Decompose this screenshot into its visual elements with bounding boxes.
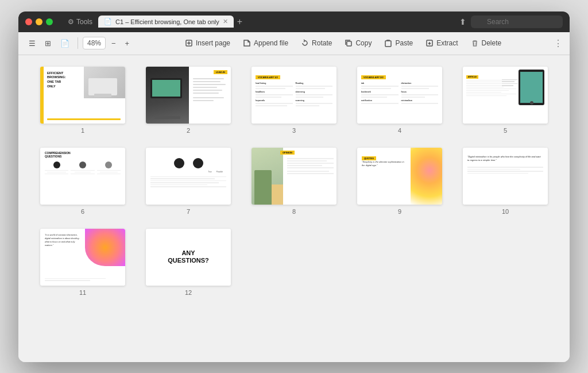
page-view-button[interactable]: 📄	[57, 37, 73, 50]
paste-icon	[384, 39, 392, 47]
extract-icon	[425, 39, 434, 47]
slide-thumbnail[interactable]: EFFICIENTBROWSING:ONE TABONLY	[40, 67, 125, 124]
tab-bar: ⚙ Tools 📄 C1 – Efficient browsing, One t…	[62, 16, 459, 28]
slide-thumbnail[interactable]: True Possible	[146, 148, 231, 205]
slide-number: 1	[81, 127, 84, 134]
slide-item: ANYQUESTIONS? 12	[141, 229, 235, 296]
slide-item: ARTICLE	[458, 67, 552, 134]
toolbar-right: ⋮	[554, 38, 563, 49]
tab-close-button[interactable]: ✕	[223, 18, 228, 25]
plus-icon: +	[125, 39, 130, 48]
extract-button[interactable]: Extract	[420, 36, 463, 50]
slides-container: EFFICIENTBROWSING:ONE TABONLY 1	[18, 55, 570, 362]
slide-number: 4	[398, 127, 401, 134]
slide-thumbnail[interactable]: QUOTES "Simplicity is the ultimate sophi…	[357, 148, 442, 205]
zoom-out-button[interactable]: −	[108, 37, 119, 50]
search-container: 🔍	[471, 16, 563, 28]
minus-icon: −	[111, 39, 116, 48]
slide-item: LEAD-IN 2	[141, 67, 235, 134]
app-window: ⚙ Tools 📄 C1 – Efficient browsing, One t…	[18, 11, 570, 362]
slide-item: VOCABULARY 1/2 lead listing headlines ke…	[247, 67, 341, 134]
slide-item: "Digital minimalism is for people who fe…	[458, 148, 552, 215]
slide-number: 7	[187, 208, 190, 215]
slide-item: True Possible 7	[141, 148, 235, 215]
insert-page-icon	[185, 39, 193, 47]
slide-thumbnail[interactable]: ANYQUESTIONS?	[146, 229, 231, 286]
more-options-icon[interactable]: ⋮	[554, 39, 563, 48]
zoom-in-button[interactable]: +	[122, 37, 133, 50]
tools-icon: ⚙	[68, 18, 74, 26]
slide-item: QUOTES "Simplicity is the ultimate sophi…	[353, 148, 447, 215]
rotate-icon	[301, 39, 309, 47]
tab-active[interactable]: 📄 C1 – Efficient browsing, One tab only …	[98, 16, 234, 28]
zoom-level: 48%	[83, 37, 106, 49]
tab-tools[interactable]: ⚙ Tools	[62, 16, 98, 28]
slides-grid: EFFICIENTBROWSING:ONE TABONLY 1	[36, 67, 552, 296]
svg-rect-3	[347, 41, 351, 46]
slide-number: 11	[79, 289, 86, 296]
delete-button[interactable]: Delete	[465, 36, 508, 50]
sidebar-icon: ☰	[29, 39, 36, 48]
search-input[interactable]	[471, 16, 563, 28]
slide-thumbnail[interactable]: "Digital minimalism is for people who fe…	[463, 148, 548, 205]
slide-thumbnail[interactable]: COMPREHENSIONQUESTIONS	[40, 148, 125, 205]
slide-thumbnail[interactable]: OPINION	[252, 148, 336, 205]
slide-number: 5	[504, 127, 507, 134]
close-button[interactable]	[25, 18, 32, 25]
slide-thumbnail[interactable]: VOCABULARY 1/2 lead listing headlines ke…	[252, 67, 336, 124]
paste-button[interactable]: Paste	[378, 36, 419, 50]
slide-number: 10	[502, 208, 509, 215]
slide-item: OPINION 8	[247, 148, 341, 215]
slide-item: COMPREHENSIONQUESTIONS	[36, 148, 130, 215]
titlebar-right: ⬆ 🔍	[459, 16, 563, 28]
copy-icon	[345, 39, 353, 47]
titlebar: ⚙ Tools 📄 C1 – Efficient browsing, One t…	[18, 11, 570, 32]
maximize-button[interactable]	[46, 18, 53, 25]
append-file-button[interactable]: Append file	[237, 36, 294, 50]
delete-icon	[471, 39, 479, 47]
slide-item: "In a world of constant distraction, dig…	[36, 229, 130, 296]
copy-button[interactable]: Copy	[339, 36, 377, 50]
slide-thumbnail[interactable]: VOCABULARY 2/2 tab bookmark notification	[357, 67, 442, 124]
slide-number: 2	[187, 127, 190, 134]
slide-number: 3	[292, 127, 296, 134]
sidebar-toggle-button[interactable]: ☰	[25, 37, 39, 50]
slide-thumbnail[interactable]: ARTICLE	[463, 67, 548, 124]
slide-item: EFFICIENTBROWSING:ONE TABONLY 1	[36, 67, 130, 134]
traffic-lights	[25, 18, 53, 25]
toolbar-center: Insert page Append file Rotate Copy Past…	[134, 36, 552, 50]
slide-number: 9	[398, 208, 401, 215]
slide-number: 6	[81, 208, 84, 215]
new-tab-button[interactable]: +	[237, 17, 242, 27]
insert-page-button[interactable]: Insert page	[179, 36, 236, 50]
slide-thumbnail[interactable]: "In a world of constant distraction, dig…	[40, 229, 125, 286]
grid-view-button[interactable]: ⊞	[41, 37, 55, 50]
rotate-button[interactable]: Rotate	[295, 36, 338, 50]
doc-icon: 📄	[104, 18, 112, 25]
page-icon: 📄	[60, 39, 69, 48]
minimize-button[interactable]	[36, 18, 42, 25]
grid-icon: ⊞	[45, 39, 51, 48]
toolbar-left: ☰ ⊞ 📄 48% − +	[25, 37, 133, 50]
slide-number: 12	[185, 289, 192, 296]
svg-rect-4	[385, 41, 391, 47]
slide-item: VOCABULARY 2/2 tab bookmark notification	[353, 67, 447, 134]
share-button[interactable]: ⬆	[459, 17, 466, 26]
main-toolbar: ☰ ⊞ 📄 48% − + Insert page	[18, 32, 570, 55]
slide-number: 8	[292, 208, 296, 215]
slide-thumbnail[interactable]: LEAD-IN	[146, 67, 231, 124]
append-file-icon	[243, 39, 251, 47]
toolbar-divider-1	[78, 37, 78, 49]
